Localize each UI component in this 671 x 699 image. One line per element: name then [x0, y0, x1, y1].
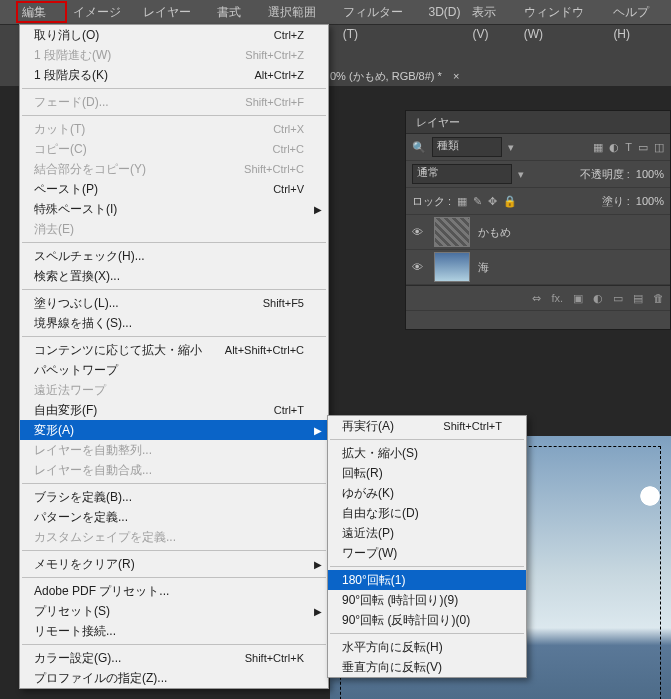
submenu-rotate-ccw[interactable]: 90°回転 (反時計回り)(0)	[328, 610, 526, 630]
menu-clear[interactable]: 消去(E)	[20, 219, 328, 239]
document-tab[interactable]: 0% (かもめ, RGB/8#) *	[330, 70, 442, 82]
menubar-help[interactable]: ヘルプ(H)	[607, 1, 671, 23]
menu-stroke[interactable]: 境界線を描く(S)...	[20, 313, 328, 333]
menu-paste[interactable]: ペースト(P)Ctrl+V	[20, 179, 328, 199]
menu-copy-merged[interactable]: 結合部分をコピー(Y)Shift+Ctrl+C	[20, 159, 328, 179]
menu-color-settings[interactable]: カラー設定(G)...Shift+Ctrl+K	[20, 648, 328, 668]
new-layer-icon[interactable]: ▤	[633, 292, 643, 305]
menu-transform[interactable]: 変形(A)▶	[20, 420, 328, 440]
menu-fill[interactable]: 塗りつぶし(L)...Shift+F5	[20, 293, 328, 313]
opacity-label: 不透明度 :	[580, 167, 630, 182]
edit-menu: 取り消し(O)Ctrl+Z 1 段階進む(W)Shift+Ctrl+Z 1 段階…	[19, 24, 329, 689]
layer-name[interactable]: 海	[478, 260, 489, 275]
menu-step-forward[interactable]: 1 段階進む(W)Shift+Ctrl+Z	[20, 45, 328, 65]
submenu-skew[interactable]: ゆがみ(K)	[328, 483, 526, 503]
fx-icon[interactable]: fx.	[551, 292, 563, 304]
menubar-image[interactable]: イメージ(I)	[67, 1, 137, 23]
adjust-icon[interactable]: ◐	[593, 292, 603, 305]
menu-bar: 編集(E) イメージ(I) レイヤー(L) 書式(Y) 選択範囲(S) フィルタ…	[0, 0, 671, 24]
layer-thumb[interactable]	[434, 252, 470, 282]
menu-remote-connect[interactable]: リモート接続...	[20, 621, 328, 641]
menu-perspective-warp[interactable]: 遠近法ワープ	[20, 380, 328, 400]
submenu-arrow-icon: ▶	[314, 606, 322, 617]
menu-separator	[22, 577, 326, 578]
kind-dropdown-arrow[interactable]: ▾	[508, 141, 514, 154]
blend-dropdown-arrow[interactable]: ▾	[518, 168, 524, 181]
submenu-scale[interactable]: 拡大・縮小(S)	[328, 443, 526, 463]
submenu-arrow-icon: ▶	[314, 425, 322, 436]
submenu-arrow-icon: ▶	[314, 559, 322, 570]
menubar-view[interactable]: 表示(V)	[466, 1, 517, 23]
menu-content-aware-scale[interactable]: コンテンツに応じて拡大・縮小Alt+Shift+Ctrl+C	[20, 340, 328, 360]
visibility-icon[interactable]: 👁	[412, 261, 426, 273]
layers-panel: レイヤー 🔍 種類 ▾ ▦ ◐ T ▭ ◫ 通常 ▾ 不透明度 : 100% ロ…	[405, 110, 671, 330]
menu-fade[interactable]: フェード(D)...Shift+Ctrl+F	[20, 92, 328, 112]
menubar-edit[interactable]: 編集(E)	[16, 1, 67, 23]
filter-smart-icon[interactable]: ◫	[654, 141, 664, 154]
filter-type-icon[interactable]: T	[625, 141, 632, 154]
opacity-value[interactable]: 100%	[636, 168, 664, 180]
menu-puppet-warp[interactable]: パペットワープ	[20, 360, 328, 380]
menu-separator	[22, 644, 326, 645]
menu-pdf-presets[interactable]: Adobe PDF プリセット...	[20, 581, 328, 601]
layer-row[interactable]: 👁 かもめ	[406, 215, 670, 250]
menubar-type[interactable]: 書式(Y)	[211, 1, 262, 23]
submenu-rotate-cw[interactable]: 90°回転 (時計回り)(9)	[328, 590, 526, 610]
menu-free-transform[interactable]: 自由変形(F)Ctrl+T	[20, 400, 328, 420]
layer-kind-select[interactable]: 種類	[432, 137, 502, 157]
layers-tab[interactable]: レイヤー	[416, 115, 460, 130]
menu-define-brush[interactable]: ブラシを定義(B)...	[20, 487, 328, 507]
submenu-distort[interactable]: 自由な形に(D)	[328, 503, 526, 523]
submenu-rotate[interactable]: 回転(R)	[328, 463, 526, 483]
submenu-flip-v[interactable]: 垂直方向に反転(V)	[328, 657, 526, 677]
menubar-3d[interactable]: 3D(D)	[422, 1, 466, 23]
submenu-perspective[interactable]: 遠近法(P)	[328, 523, 526, 543]
menu-auto-align[interactable]: レイヤーを自動整列...	[20, 440, 328, 460]
filter-icon[interactable]: 🔍	[412, 141, 426, 154]
layer-name[interactable]: かもめ	[478, 225, 511, 240]
menu-undo[interactable]: 取り消し(O)Ctrl+Z	[20, 25, 328, 45]
blend-mode-select[interactable]: 通常	[412, 164, 512, 184]
mask-icon[interactable]: ▣	[573, 292, 583, 305]
menubar-filter[interactable]: フィルター(T)	[337, 1, 423, 23]
menubar-select[interactable]: 選択範囲(S)	[262, 1, 337, 23]
menubar-window[interactable]: ウィンドウ(W)	[518, 1, 608, 23]
layer-thumb[interactable]	[434, 217, 470, 247]
lock-move-icon[interactable]: ✥	[488, 195, 497, 208]
menu-define-shape[interactable]: カスタムシェイプを定義...	[20, 527, 328, 547]
menu-auto-blend[interactable]: レイヤーを自動合成...	[20, 460, 328, 480]
visibility-icon[interactable]: 👁	[412, 226, 426, 238]
menu-separator	[22, 550, 326, 551]
filter-adjust-icon[interactable]: ◐	[609, 141, 619, 154]
filter-pixel-icon[interactable]: ▦	[593, 141, 603, 154]
menu-separator	[330, 566, 524, 567]
menu-cut[interactable]: カット(T)Ctrl+X	[20, 119, 328, 139]
menu-presets[interactable]: プリセット(S)▶	[20, 601, 328, 621]
lock-paint-icon[interactable]: ✎	[473, 195, 482, 208]
filter-shape-icon[interactable]: ▭	[638, 141, 648, 154]
menu-spellcheck[interactable]: スペルチェック(H)...	[20, 246, 328, 266]
lock-trans-icon[interactable]: ▦	[457, 195, 467, 208]
menu-find-replace[interactable]: 検索と置換(X)...	[20, 266, 328, 286]
menu-assign-profile[interactable]: プロファイルの指定(Z)...	[20, 668, 328, 688]
submenu-flip-h[interactable]: 水平方向に反転(H)	[328, 637, 526, 657]
menu-define-pattern[interactable]: パターンを定義...	[20, 507, 328, 527]
menubar-layer[interactable]: レイヤー(L)	[137, 1, 210, 23]
menu-paste-special[interactable]: 特殊ペースト(I)▶	[20, 199, 328, 219]
fill-value[interactable]: 100%	[636, 195, 664, 207]
menu-separator	[22, 336, 326, 337]
menu-copy[interactable]: コピー(C)Ctrl+C	[20, 139, 328, 159]
lock-label: ロック :	[412, 194, 451, 209]
group-icon[interactable]: ▭	[613, 292, 623, 305]
lock-all-icon[interactable]: 🔒	[503, 195, 517, 208]
submenu-warp[interactable]: ワープ(W)	[328, 543, 526, 563]
submenu-rotate-180[interactable]: 180°回転(1)	[328, 570, 526, 590]
close-icon[interactable]: ×	[453, 70, 459, 82]
menu-separator	[330, 439, 524, 440]
menu-purge[interactable]: メモリをクリア(R)▶	[20, 554, 328, 574]
menu-step-backward[interactable]: 1 段階戻る(K)Alt+Ctrl+Z	[20, 65, 328, 85]
link-icon[interactable]: ⇔	[532, 292, 541, 305]
submenu-again[interactable]: 再実行(A)Shift+Ctrl+T	[328, 416, 526, 436]
trash-icon[interactable]: 🗑	[653, 292, 664, 304]
layer-row[interactable]: 👁 海	[406, 250, 670, 285]
